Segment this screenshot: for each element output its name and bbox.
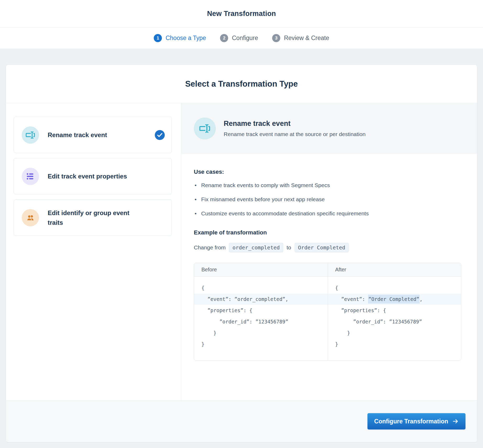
use-cases-heading: Use cases: — [194, 169, 461, 175]
code-line: ”order_id”: ”123456789” — [328, 316, 461, 327]
step-2-badge: 2 — [220, 34, 228, 42]
highlighted-token: ”Order Completed” — [368, 295, 419, 304]
card-body: Rename track event — [6, 103, 477, 400]
main-area: Select a Transformation Type — [0, 49, 483, 442]
option-label: Edit identify or group event traits — [48, 208, 140, 227]
stepper-step-configure[interactable]: 2 Configure — [220, 34, 258, 42]
configure-transformation-button[interactable]: Configure Transformation — [367, 413, 465, 429]
card-footer: Configure Transformation — [6, 400, 477, 442]
configure-button-label: Configure Transformation — [374, 418, 448, 425]
change-to-chip: Order Completed — [295, 243, 349, 252]
transformation-type-card: Select a Transformation Type — [6, 65, 477, 442]
detail-content: Use cases: Rename track events to comply… — [181, 154, 477, 361]
detail-description: Rename track event name at the source or… — [224, 131, 366, 137]
change-connector: to — [287, 244, 291, 251]
step-3-label: Review & Create — [284, 35, 329, 42]
option-label: Edit track event properties — [48, 171, 127, 181]
stepper-step-choose-a-type[interactable]: 1 Choose a Type — [154, 34, 206, 42]
use-cases-list: Rename track events to comply with Segme… — [194, 182, 461, 217]
use-case-item: Customize events to accommodate destinat… — [194, 210, 461, 217]
rename-field-icon — [194, 117, 216, 139]
page-title: New Transformation — [207, 10, 276, 18]
arrow-right-icon — [452, 418, 459, 424]
selected-check-icon — [155, 130, 165, 140]
detail-title: Rename track event — [224, 120, 366, 128]
code-line-highlighted-row: ”event”: ”Order Completed”, — [328, 294, 461, 305]
use-case-item: Rename track events to comply with Segme… — [194, 182, 461, 188]
app-header: New Transformation — [0, 0, 483, 27]
use-case-item: Fix misnamed events before your next app… — [194, 196, 461, 203]
change-example-line: Change from order_completed to Order Com… — [194, 243, 461, 252]
card-title: Select a Transformation Type — [185, 79, 298, 89]
before-code-block: { ”event”: ”order_completed”, ”propertie… — [194, 277, 328, 360]
step-2-label: Configure — [232, 35, 258, 42]
step-1-badge: 1 — [154, 34, 162, 42]
code-line: ”properties”: { — [194, 305, 328, 316]
option-label: Rename track event — [48, 130, 107, 140]
code-line: } — [194, 339, 328, 350]
after-code-block: { ”event”: ”Order Completed”, ”propertie… — [328, 277, 461, 360]
code-line: } — [328, 339, 461, 350]
users-icon — [22, 209, 39, 226]
new-transformation-page: New Transformation 1 Choose a Type 2 Con… — [0, 0, 483, 448]
before-column-header: Before — [194, 263, 328, 277]
code-line: { — [328, 282, 461, 294]
stepper-step-review-create[interactable]: 3 Review & Create — [272, 34, 329, 42]
code-line: ”order_id”: ”123456789” — [194, 316, 328, 327]
before-after-code-table: Before After { ”event”: ”order_completed… — [194, 263, 461, 361]
banner-text: Rename track event Rename track event na… — [224, 120, 366, 137]
code-line: } — [194, 327, 328, 339]
step-1-label: Choose a Type — [166, 35, 206, 42]
change-prefix: Change from — [194, 244, 226, 251]
change-from-chip: order_completed — [229, 243, 283, 252]
step-3-badge: 3 — [272, 34, 280, 42]
option-edit-identify-or-group-event-traits[interactable]: Edit identify or group event traits — [14, 199, 172, 236]
list-icon — [22, 168, 39, 185]
code-line: ”properties”: { — [328, 305, 461, 316]
option-edit-track-event-properties[interactable]: Edit track event properties — [14, 158, 172, 194]
code-line-highlighted-row: ”event”: ”order_completed”, — [194, 294, 328, 305]
code-line: } — [328, 327, 461, 339]
code-line: { — [194, 282, 328, 294]
example-heading: Example of transformation — [194, 229, 461, 236]
after-column-header: After — [328, 263, 461, 277]
card-title-row: Select a Transformation Type — [6, 65, 477, 103]
transformation-options-list: Rename track event — [6, 103, 181, 400]
detail-banner: Rename track event Rename track event na… — [181, 103, 477, 154]
rename-field-icon — [22, 126, 39, 144]
option-detail-panel: Rename track event Rename track event na… — [181, 103, 477, 400]
option-rename-track-event[interactable]: Rename track event — [14, 117, 172, 153]
wizard-stepper: 1 Choose a Type 2 Configure 3 Review & C… — [0, 27, 483, 49]
